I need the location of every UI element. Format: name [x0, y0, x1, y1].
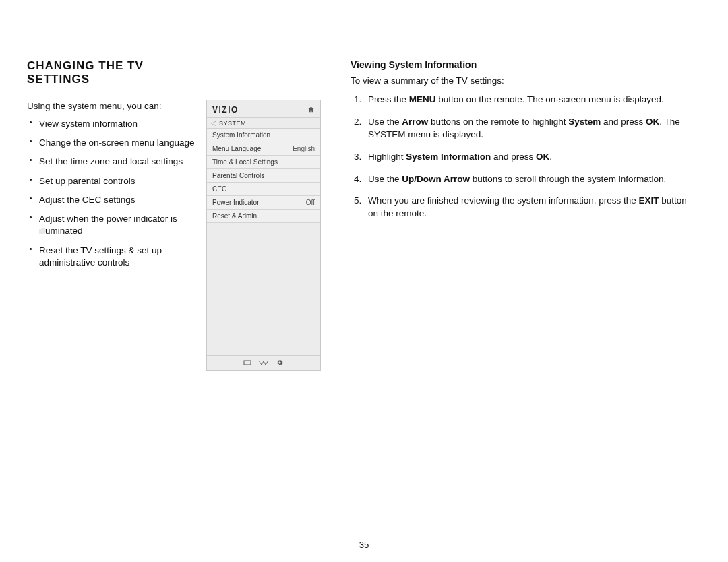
- list-item: Set the time zone and local settings: [39, 156, 195, 168]
- step-item: When you are finished reviewing the syst…: [364, 195, 696, 220]
- menu-row[interactable]: Time & Local Settings: [207, 156, 320, 169]
- list-item: Set up parental controls: [39, 175, 195, 187]
- vizio-logo: VIZIO: [212, 105, 239, 115]
- tv-menu-footer: [207, 355, 320, 370]
- capabilities-list: View system informationChange the on-scr…: [27, 118, 195, 269]
- v-icon: [258, 359, 269, 366]
- list-item: Adjust when the power indicator is illum…: [39, 213, 195, 237]
- breadcrumb: ◁ SYSTEM: [207, 117, 320, 129]
- menu-row-label: System Information: [212, 131, 270, 139]
- page-number: 35: [0, 540, 728, 550]
- list-item: Adjust the CEC settings: [39, 194, 195, 206]
- menu-row-label: Power Indicator: [212, 199, 259, 206]
- section-heading: CHANGING THE TV SETTINGS: [27, 59, 195, 86]
- menu-row[interactable]: Menu LanguageEnglish: [207, 142, 320, 156]
- gear-icon: [276, 359, 284, 366]
- menu-row[interactable]: System Information: [207, 129, 320, 142]
- svg-rect-0: [244, 361, 251, 365]
- menu-row-value: English: [293, 145, 315, 152]
- subsection-intro: To view a summary of the TV settings:: [351, 75, 696, 86]
- menu-row[interactable]: Power IndicatorOff: [207, 196, 320, 210]
- menu-row-label: Reset & Admin: [212, 212, 257, 220]
- menu-row-value: Off: [306, 199, 315, 206]
- steps-list: Press the MENU button on the remote. The…: [351, 94, 696, 220]
- tv-system-menu: VIZIO ◁ SYSTEM System InformationMenu La…: [206, 100, 321, 371]
- step-item: Highlight System Information and press O…: [364, 151, 696, 164]
- rectangle-icon: [243, 359, 251, 366]
- list-item: Reset the TV settings & set up administr…: [39, 245, 195, 269]
- menu-row[interactable]: Parental Controls: [207, 169, 320, 183]
- intro-text: Using the system menu, you can:: [27, 101, 195, 111]
- home-icon: [307, 104, 315, 115]
- menu-row-label: Parental Controls: [212, 172, 264, 179]
- list-item: View system information: [39, 118, 195, 130]
- menu-row[interactable]: CEC: [207, 183, 320, 196]
- menu-row-label: CEC: [212, 185, 226, 193]
- breadcrumb-label: SYSTEM: [219, 120, 246, 127]
- subsection-heading: Viewing System Information: [351, 59, 696, 70]
- chevron-left-icon: ◁: [211, 119, 216, 127]
- step-item: Use the Up/Down Arrow buttons to scroll …: [364, 173, 696, 186]
- menu-row[interactable]: Reset & Admin: [207, 210, 320, 223]
- list-item: Change the on-screen menu language: [39, 137, 195, 149]
- step-item: Use the Arrow buttons on the remote to h…: [364, 116, 696, 142]
- menu-row-label: Time & Local Settings: [212, 158, 278, 166]
- step-item: Press the MENU button on the remote. The…: [364, 94, 696, 106]
- menu-row-label: Menu Language: [212, 145, 261, 152]
